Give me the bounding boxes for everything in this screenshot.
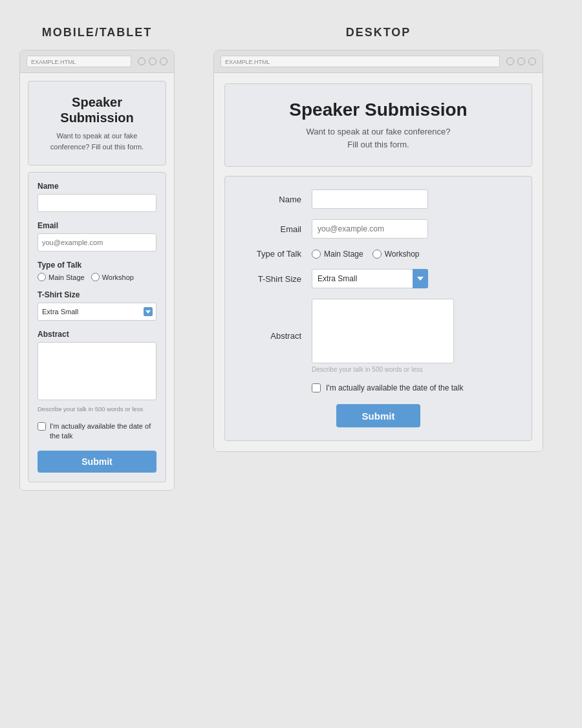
mobile-main-stage-radio-item: Main Stage [38,273,85,281]
desktop-submit-row: Submit [241,404,516,427]
desktop-main-stage-radio[interactable] [312,250,321,259]
mobile-email-input[interactable] [38,233,156,252]
desktop-form-card: Name Email Type of Talk Main Stage [224,176,532,441]
desktop-talk-type-row: Type of Talk Main Stage Workshop [241,249,516,259]
desktop-abstract-label: Abstract [241,331,312,341]
desktop-radio-group: Main Stage Workshop [312,250,420,259]
desktop-btn-2 [517,58,525,65]
mobile-hero-title: Speaker Submission [39,94,155,125]
desktop-talk-type-label: Type of Talk [241,249,312,259]
mobile-talk-type-group: Type of Talk Main Stage Workshop [38,261,156,281]
mobile-browser-content: Speaker Submission Want to speak at our … [20,73,174,490]
desktop-availability-row: I'm actually available the date of the t… [241,383,516,392]
desktop-section-label: DESKTOP [346,26,411,39]
desktop-tshirt-label: T-Shirt Size [241,274,312,284]
desktop-workshop-label: Workshop [385,250,420,259]
mobile-btn-3 [160,58,167,65]
mobile-main-stage-label: Main Stage [48,273,85,281]
desktop-name-input[interactable] [312,189,428,209]
mobile-name-input[interactable] [38,194,156,212]
desktop-main-stage-radio-item: Main Stage [312,250,363,259]
desktop-workshop-radio-item: Workshop [372,250,420,259]
desktop-browser-bar: EXAMPLE.HTML [214,50,543,73]
mobile-availability-checkbox[interactable] [38,422,46,431]
mobile-talk-type-label: Type of Talk [38,261,156,270]
desktop-hero-subtitle-2: Fill out this form. [235,138,521,151]
mobile-name-label: Name [38,182,156,191]
mobile-main-stage-radio[interactable] [38,273,46,281]
desktop-email-input[interactable] [312,219,428,239]
mobile-abstract-hint: Describe your talk in 500 words or less [38,405,156,412]
desktop-abstract-col: Describe your talk in 500 words or less [312,299,454,373]
desktop-main-stage-label: Main Stage [324,250,363,259]
desktop-name-label: Name [241,195,312,204]
desktop-name-row: Name [241,189,516,209]
mobile-tshirt-select[interactable]: Extra Small Small Medium Large Extra Lar… [38,303,156,321]
mobile-abstract-label: Abstract [38,330,156,339]
desktop-tshirt-select[interactable]: Extra Small Small Medium Large Extra Lar… [312,269,428,288]
mobile-email-label: Email [38,221,156,230]
mobile-form-card: Name Email Type of Talk Main Stage [28,172,166,482]
desktop-select-wrapper: Extra Small Small Medium Large Extra Lar… [312,269,428,288]
mobile-section: MOBILE/TABLET EXAMPLE.HTML Speaker Submi… [19,26,175,491]
mobile-availability-label: I'm actually available the date of the t… [50,422,156,442]
desktop-btn-1 [506,58,514,65]
mobile-btn-1 [138,58,146,65]
mobile-browser-bar: EXAMPLE.HTML [20,50,174,73]
mobile-browser-buttons [138,58,167,65]
desktop-submit-button[interactable]: Submit [336,404,420,427]
desktop-hero-title: Speaker Submission [235,100,521,120]
desktop-availability-checkbox[interactable] [312,383,321,392]
mobile-browser: EXAMPLE.HTML Speaker Submission Want to … [19,50,175,491]
desktop-section: DESKTOP EXAMPLE.HTML Speaker Submission … [194,26,563,452]
desktop-browser: EXAMPLE.HTML Speaker Submission Want to … [213,50,543,452]
page-container: MOBILE/TABLET EXAMPLE.HTML Speaker Submi… [19,26,563,491]
mobile-btn-2 [149,58,156,65]
mobile-address-bar: EXAMPLE.HTML [27,56,131,67]
desktop-abstract-textarea[interactable] [312,299,454,363]
mobile-submit-button[interactable]: Submit [38,451,156,473]
mobile-email-group: Email [38,221,156,252]
mobile-section-label: MOBILE/TABLET [42,26,153,39]
desktop-btn-3 [528,58,536,65]
desktop-email-label: Email [241,224,312,234]
desktop-abstract-hint: Describe your talk in 500 words or less [312,366,454,373]
desktop-tshirt-row: T-Shirt Size Extra Small Small Medium La… [241,269,516,288]
mobile-abstract-group: Abstract Describe your talk in 500 words… [38,330,156,412]
mobile-workshop-radio-item: Workshop [91,273,134,281]
desktop-address-bar: EXAMPLE.HTML [221,56,500,67]
mobile-radio-group: Main Stage Workshop [38,273,156,281]
mobile-name-group: Name [38,182,156,212]
desktop-hero-card: Speaker Submission Want to speak at our … [224,83,532,167]
mobile-availability-row: I'm actually available the date of the t… [38,422,156,442]
desktop-email-row: Email [241,219,516,239]
mobile-tshirt-label: T-Shirt Size [38,290,156,299]
desktop-browser-buttons [506,58,536,65]
mobile-tshirt-group: T-Shirt Size Extra Small Small Medium La… [38,290,156,321]
desktop-browser-content: Speaker Submission Want to speak at our … [214,73,543,451]
mobile-workshop-label: Workshop [102,273,134,281]
mobile-abstract-textarea[interactable] [38,342,156,400]
mobile-workshop-radio[interactable] [91,273,100,281]
mobile-hero-card: Speaker Submission Want to speak at our … [28,81,166,166]
mobile-hero-subtitle: Want to speak at our fake conference? Fi… [39,131,155,152]
desktop-workshop-radio[interactable] [372,250,382,259]
desktop-availability-label: I'm actually available the date of the t… [326,383,463,392]
desktop-hero-subtitle-1: Want to speak at our fake conference? [235,125,521,138]
mobile-select-wrapper: Extra Small Small Medium Large Extra Lar… [38,303,156,321]
desktop-abstract-row: Abstract Describe your talk in 500 words… [241,299,516,373]
